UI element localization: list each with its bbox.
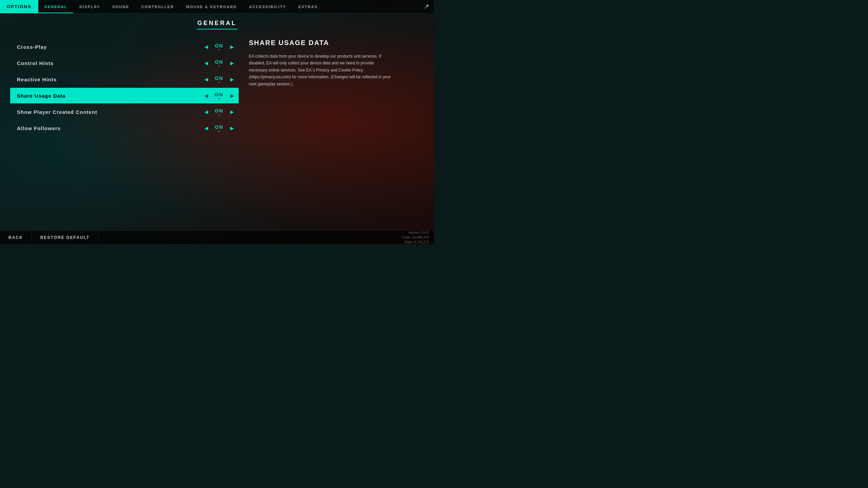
share-usage-data-arrow-right[interactable]: ▶ bbox=[229, 93, 235, 98]
version-info: Version: 0.4.0 Code: 14,046,470 Data: 4,… bbox=[402, 231, 434, 244]
info-panel-text: EA collects data from your device to dev… bbox=[249, 53, 391, 87]
tab-controller[interactable]: CONTROLLER bbox=[135, 0, 180, 13]
setting-show-player-content-label: Show Player Created Content bbox=[17, 109, 203, 115]
reactive-hints-value-display: ON bbox=[212, 76, 226, 83]
setting-control-hints[interactable]: Control Hints ◀ ON ▶ bbox=[10, 55, 239, 71]
data-text: Data: 4,743,273 bbox=[402, 240, 429, 244]
control-hints-arrow-right[interactable]: ▶ bbox=[229, 60, 235, 66]
control-hints-arrow-left[interactable]: ◀ bbox=[203, 60, 210, 66]
info-panel: SHARE USAGE DATA EA collects data from y… bbox=[239, 39, 434, 230]
setting-cross-play-label: Cross-Play bbox=[17, 44, 203, 50]
setting-allow-followers-label: Allow Followers bbox=[17, 125, 203, 131]
setting-control-hints-control: ◀ ON ▶ bbox=[203, 60, 235, 67]
tab-general[interactable]: GENERAL bbox=[38, 0, 74, 13]
control-hints-value: ON bbox=[215, 60, 223, 64]
setting-show-player-content-control: ◀ ON ▶ bbox=[203, 108, 235, 116]
info-panel-title: SHARE USAGE DATA bbox=[249, 39, 420, 47]
tab-accessibility[interactable]: ACCESSIBILITY bbox=[243, 0, 292, 13]
page-title: GENERAL bbox=[197, 20, 237, 29]
setting-cross-play[interactable]: Cross-Play ◀ ON ▶ bbox=[10, 39, 239, 55]
reactive-hints-value: ON bbox=[215, 76, 223, 81]
allow-followers-value-display: ON bbox=[212, 125, 226, 132]
reactive-hints-arrow-left[interactable]: ◀ bbox=[203, 77, 210, 82]
setting-reactive-hints[interactable]: Reactive Hints ◀ ON ▶ bbox=[10, 72, 239, 87]
control-hints-dot bbox=[218, 65, 220, 67]
setting-allow-followers[interactable]: Allow Followers ◀ ON ▶ bbox=[10, 120, 239, 136]
setting-cross-play-control: ◀ ON ▶ bbox=[203, 43, 235, 50]
share-usage-data-dot bbox=[218, 98, 220, 99]
cross-play-arrow-right[interactable]: ▶ bbox=[229, 44, 235, 49]
settings-list: Cross-Play ◀ ON ▶ Control Hints ◀ ON ▶ bbox=[0, 39, 239, 230]
show-player-content-value: ON bbox=[215, 108, 223, 113]
share-usage-data-value-display: ON bbox=[212, 92, 226, 99]
show-player-content-value-display: ON bbox=[212, 108, 226, 116]
allow-followers-arrow-right[interactable]: ▶ bbox=[229, 125, 235, 131]
setting-show-player-content[interactable]: Show Player Created Content ◀ ON ▶ bbox=[10, 104, 239, 120]
reactive-hints-arrow-right[interactable]: ▶ bbox=[229, 77, 235, 82]
setting-allow-followers-control: ◀ ON ▶ bbox=[203, 125, 235, 132]
share-usage-data-arrow-left[interactable]: ◀ bbox=[203, 93, 210, 98]
show-player-content-dot bbox=[218, 114, 220, 116]
tab-extras[interactable]: EXTRAS bbox=[292, 0, 324, 13]
tab-display[interactable]: DISPLAY bbox=[73, 0, 106, 13]
navbar: OPTIONS GENERAL DISPLAY SOUND CONTROLLER… bbox=[0, 0, 434, 14]
reactive-hints-dot bbox=[218, 82, 220, 83]
allow-followers-dot bbox=[218, 130, 220, 132]
setting-reactive-hints-label: Reactive Hints bbox=[17, 77, 203, 82]
allow-followers-value: ON bbox=[215, 125, 223, 129]
cross-play-arrow-left[interactable]: ◀ bbox=[203, 44, 210, 49]
cross-play-value-display: ON bbox=[212, 43, 226, 50]
cross-play-value: ON bbox=[215, 43, 223, 48]
bottom-bar: BACK RESTORE DEFAULT Version: 0.4.0 Code… bbox=[0, 230, 434, 244]
cross-play-dot bbox=[218, 49, 220, 50]
restore-default-button[interactable]: RESTORE DEFAULT bbox=[32, 231, 99, 244]
version-text: Version: 0.4.0 bbox=[402, 230, 429, 235]
setting-share-usage-data[interactable]: Share Usage Data ◀ ON ▶ bbox=[10, 88, 239, 103]
setting-share-usage-data-label: Share Usage Data bbox=[17, 93, 203, 99]
main-content: Cross-Play ◀ ON ▶ Control Hints ◀ ON ▶ bbox=[0, 32, 434, 230]
control-hints-value-display: ON bbox=[212, 60, 226, 67]
options-button[interactable]: OPTIONS bbox=[0, 0, 38, 13]
nav-right-icons: 🎤 bbox=[424, 0, 434, 13]
setting-control-hints-label: Control Hints bbox=[17, 60, 203, 66]
setting-reactive-hints-control: ◀ ON ▶ bbox=[203, 76, 235, 83]
allow-followers-arrow-left[interactable]: ◀ bbox=[203, 125, 210, 131]
tab-mouse-keyboard[interactable]: MOUSE & KEYBOARD bbox=[180, 0, 243, 13]
share-usage-data-value: ON bbox=[215, 92, 223, 97]
show-player-content-arrow-left[interactable]: ◀ bbox=[203, 109, 210, 115]
setting-share-usage-data-control: ◀ ON ▶ bbox=[203, 92, 235, 99]
page-title-bar: GENERAL bbox=[0, 14, 434, 32]
tab-sound[interactable]: SOUND bbox=[106, 0, 135, 13]
show-player-content-arrow-right[interactable]: ▶ bbox=[229, 109, 235, 115]
code-text: Code: 14,046,470 bbox=[402, 235, 429, 240]
back-button[interactable]: BACK bbox=[0, 231, 32, 244]
